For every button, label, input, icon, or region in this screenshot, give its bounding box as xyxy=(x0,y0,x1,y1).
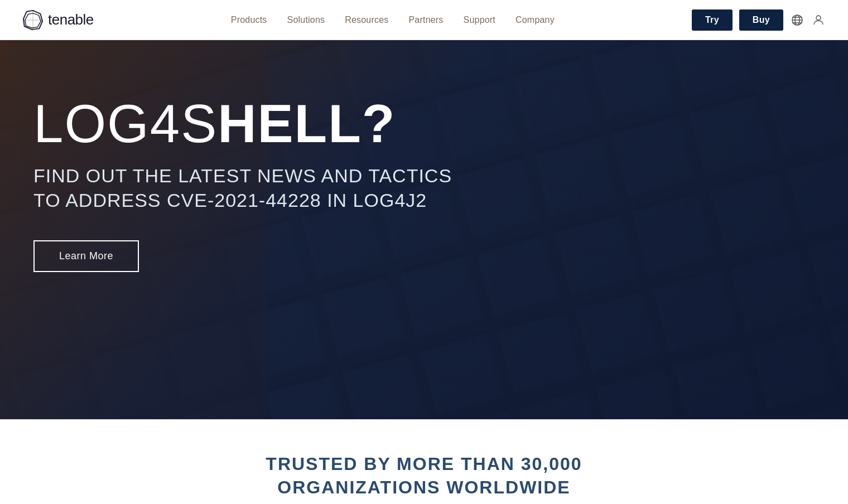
hero-subtitle: FIND OUT THE LATEST NEWS AND TACTICS TO … xyxy=(33,163,469,212)
logo-text: tenable xyxy=(48,11,94,28)
hero-title-thin: LOG4S xyxy=(33,94,218,153)
hero-section: LOG4SHELL? FIND OUT THE LATEST NEWS AND … xyxy=(0,40,848,419)
svg-point-9 xyxy=(816,16,821,20)
trusted-line1: TRUSTED BY MORE THAN 30,000 xyxy=(22,453,826,476)
hero-content: LOG4SHELL? FIND OUT THE LATEST NEWS AND … xyxy=(0,40,502,306)
hero-title: LOG4SHELL? xyxy=(33,96,469,152)
trusted-line2: ORGANIZATIONS WORLDWIDE xyxy=(22,476,826,500)
try-button[interactable]: Try xyxy=(692,9,733,31)
navbar-right: Try Buy xyxy=(692,9,826,31)
logo-link[interactable]: tenable xyxy=(22,9,94,31)
hero-title-bold: HELL? xyxy=(218,94,396,153)
navbar: tenable Products Solutions Resources Par… xyxy=(0,0,848,40)
buy-button[interactable]: Buy xyxy=(739,9,783,31)
nav-support[interactable]: Support xyxy=(464,15,495,25)
globe-icon[interactable] xyxy=(790,13,804,27)
tenable-logo-icon xyxy=(22,9,44,31)
user-icon[interactable] xyxy=(811,13,826,27)
nav-partners[interactable]: Partners xyxy=(408,15,443,25)
nav-resources[interactable]: Resources xyxy=(345,15,388,25)
nav-products[interactable]: Products xyxy=(231,15,267,25)
navbar-left: tenable xyxy=(22,9,94,31)
trusted-section: TRUSTED BY MORE THAN 30,000 ORGANIZATION… xyxy=(0,419,848,504)
nav-company[interactable]: Company xyxy=(515,15,555,25)
trusted-title: TRUSTED BY MORE THAN 30,000 ORGANIZATION… xyxy=(22,453,826,499)
learn-more-button[interactable]: Learn More xyxy=(33,240,139,272)
nav-solutions[interactable]: Solutions xyxy=(287,15,325,25)
navbar-center: Products Solutions Resources Partners Su… xyxy=(231,15,555,25)
